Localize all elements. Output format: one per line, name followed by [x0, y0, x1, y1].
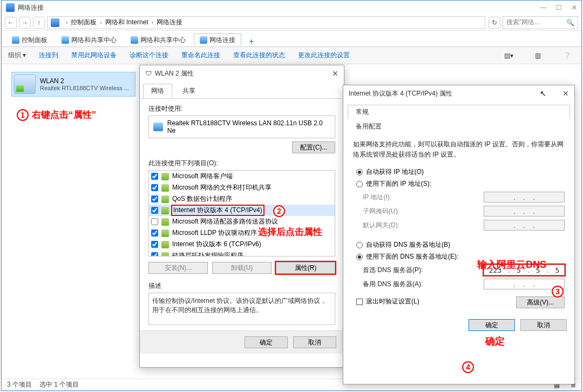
- cmd-rename[interactable]: 重命名此连接: [181, 51, 220, 60]
- callout-4-bullet: 4: [462, 361, 474, 373]
- connect-using-label: 连接时使用:: [148, 104, 335, 113]
- ipv4-dlg-title: Internet 协议版本 4 (TCP/IPv4) 属性 ↖ ✕: [343, 85, 574, 102]
- cmd-change[interactable]: 更改此连接的设置: [298, 51, 350, 60]
- cmd-organize[interactable]: 组织 ▾: [8, 51, 26, 60]
- tab-network[interactable]: 网络: [143, 84, 172, 98]
- tab-control-panel[interactable]: 控制面板: [6, 33, 53, 46]
- connection-item[interactable]: WLAN 2 Realtek RTL8188CTV Wireless ...: [11, 72, 135, 97]
- preview-pane-icon[interactable]: ▥: [530, 50, 546, 61]
- list-item: 链路层拓扑发现响应程序: [149, 250, 335, 256]
- adapter-cancel-button[interactable]: 取消: [293, 336, 336, 348]
- list-item: Internet 协议版本 6 (TCP/IPv6): [149, 239, 335, 250]
- workspace-tabs: 控制面板 网络和共享中心 网络和共享中心 网络连接 +: [2, 31, 581, 47]
- radio-auto-ip[interactable]: 自动获得 IP 地址(O): [356, 167, 565, 177]
- install-button[interactable]: 安装(N)...: [148, 262, 208, 274]
- uninstall-button[interactable]: 卸载(U): [212, 262, 272, 274]
- tab-general[interactable]: 常规: [348, 105, 570, 119]
- maximize-icon[interactable]: ☐: [556, 4, 562, 11]
- nav-row: ← → ↑ › 控制面板 › 网络和 Internet › 网络连接 ↻ 搜索"…: [2, 15, 581, 31]
- command-bar: 组织 ▾ 连接到 禁用此网络设备 诊断这个连接 重命名此连接 查看此连接的状态 …: [2, 47, 581, 64]
- status-selection: 选中 1 个项目: [39, 380, 79, 389]
- subnet-mask-input: ...: [484, 206, 565, 217]
- component-icon: [161, 173, 169, 180]
- breadcrumb[interactable]: › 控制面板 › 网络和 Internet › 网络连接: [47, 16, 485, 29]
- ipv4-dlg-close-icon[interactable]: ✕: [562, 89, 569, 98]
- component-icon: [161, 218, 169, 226]
- description-label: 描述: [148, 281, 335, 290]
- properties-button[interactable]: 属性(R): [276, 262, 335, 274]
- gateway-input: ...: [484, 220, 565, 231]
- component-icon: [161, 207, 169, 214]
- search-input[interactable]: 搜索"网络... 🔍: [503, 16, 578, 29]
- adapter-small-icon: [153, 123, 163, 131]
- tab-alt-config[interactable]: 备用配置: [348, 119, 570, 134]
- status-item-count: 3 个项目: [7, 380, 32, 389]
- callout-1-text: 右键点击“属性”: [32, 109, 96, 121]
- component-icon: [161, 184, 169, 192]
- connection-name: WLAN 2: [40, 77, 133, 85]
- components-list[interactable]: Microsoft 网络客户端 Microsoft 网络的文件和打印机共享 Qo…: [148, 170, 335, 256]
- list-item: QoS 数据包计划程序: [149, 193, 335, 205]
- ipv4-ok-button[interactable]: 确定: [469, 319, 515, 331]
- forward-button[interactable]: →: [19, 17, 31, 29]
- add-tab-button[interactable]: +: [243, 37, 259, 46]
- tab-network-connections[interactable]: 网络连接: [194, 33, 241, 46]
- adapter-dlg-title: 🛡 WLAN 2 属性 ✕: [140, 65, 344, 82]
- callout-2-text: 选择后点击属性: [258, 226, 322, 238]
- adapter-properties-dialog: 🛡 WLAN 2 属性 ✕ 网络 共享 连接时使用: Realtek RTL81…: [139, 65, 344, 368]
- component-icon: [161, 252, 169, 257]
- list-item-ipv4: Internet 协议版本 4 (TCP/IPv4): [149, 205, 335, 216]
- callout-4-text: 确定: [485, 335, 505, 348]
- minimize-icon[interactable]: ―: [540, 4, 546, 11]
- window-title: 网络连接: [18, 3, 44, 12]
- back-button[interactable]: ←: [5, 17, 17, 29]
- cmd-disable[interactable]: 禁用此网络设备: [71, 51, 117, 60]
- network-icon: [6, 3, 15, 12]
- tab-sharing-center-1[interactable]: 网络和共享中心: [56, 33, 123, 46]
- component-icon: [161, 241, 169, 248]
- close-icon[interactable]: ✕: [572, 4, 577, 11]
- ipv4-help-text: 如果网络支持此功能，则可以获取自动指派的 IP 设置。否则，你需要从网络系统管理…: [353, 139, 565, 160]
- callout-3-bullet: 3: [552, 286, 564, 298]
- description-text: 传输控制协议/Internet 协议。该协议是默认的广域网络协议，用于在不同的相…: [148, 293, 335, 325]
- titlebar: 网络连接 ― ☐ ✕: [2, 1, 581, 15]
- crumb-2[interactable]: 网络连接: [157, 18, 182, 27]
- callout-3-text: 输入阿里云DNS: [477, 258, 546, 271]
- help-icon[interactable]: ❔: [559, 50, 575, 61]
- ipv4-cancel-button[interactable]: 取消: [520, 319, 567, 331]
- tab-sharing[interactable]: 共享: [174, 84, 204, 98]
- checkbox-icon[interactable]: [356, 299, 363, 305]
- cursor-icon: ↖: [540, 89, 546, 98]
- cmd-status[interactable]: 查看此连接的状态: [233, 51, 285, 60]
- component-icon: [161, 229, 169, 237]
- callout-1-bullet: 1: [17, 109, 29, 121]
- cmd-diagnose[interactable]: 诊断这个连接: [130, 51, 168, 60]
- cmd-connect[interactable]: 连接到: [39, 51, 58, 60]
- up-button[interactable]: ↑: [33, 17, 45, 29]
- ipv4-properties-dialog: Internet 协议版本 4 (TCP/IPv4) 属性 ↖ ✕ 常规 备用配…: [343, 85, 575, 384]
- connection-desc: Realtek RTL8188CTV Wireless ...: [40, 85, 133, 91]
- view-mode-icon[interactable]: ▤▾: [500, 50, 517, 61]
- list-item: Microsoft 网络客户端: [149, 171, 335, 182]
- callout-2-bullet: 2: [273, 205, 285, 217]
- adapter-dlg-close-icon[interactable]: ✕: [332, 69, 338, 78]
- list-item: Microsoft 网络的文件和打印机共享: [149, 182, 335, 193]
- ip-address-input: ...: [484, 192, 565, 202]
- radio-manual-ip[interactable]: 使用下面的 IP 地址(S):: [356, 179, 565, 188]
- refresh-button[interactable]: ↻: [489, 17, 500, 29]
- adapter-ok-button[interactable]: 确定: [245, 336, 288, 348]
- radio-auto-dns[interactable]: 自动获得 DNS 服务器地址(B): [356, 240, 565, 249]
- adapter-field: Realtek RTL8188CTV Wireless LAN 802.11n …: [148, 116, 335, 138]
- component-icon: [161, 195, 169, 203]
- configure-button[interactable]: 配置(C)...: [292, 141, 335, 153]
- crumb-0[interactable]: 控制面板: [71, 18, 97, 27]
- tab-sharing-center-2[interactable]: 网络和共享中心: [125, 33, 192, 46]
- breadcrumb-icon: [51, 18, 59, 27]
- advanced-button[interactable]: 高级(V)...: [516, 296, 565, 308]
- adapter-icon: [14, 75, 36, 94]
- crumb-1[interactable]: 网络和 Internet: [105, 18, 148, 27]
- items-label: 此连接使用下列项目(O):: [148, 159, 335, 168]
